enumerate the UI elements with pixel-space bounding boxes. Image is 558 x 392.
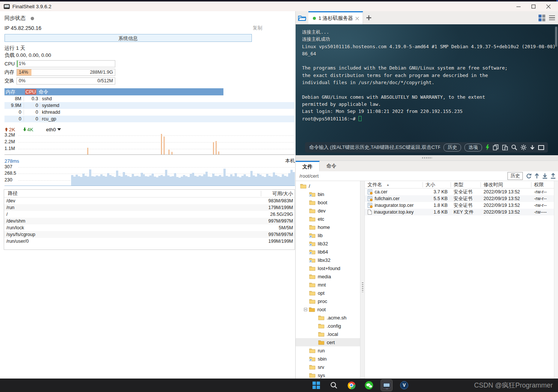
arrow-down-icon[interactable]	[530, 145, 535, 150]
folder-icon	[309, 249, 315, 254]
tree-item-etc[interactable]: etc	[296, 215, 360, 223]
copy-icon[interactable]	[493, 144, 499, 150]
column-header-path[interactable]: 路径	[4, 190, 261, 197]
vertical-splitter[interactable]	[360, 181, 365, 379]
finalshell-taskbar-icon[interactable]	[381, 380, 392, 391]
tree-item-root[interactable]: root	[296, 305, 360, 313]
tree-item-lost-found[interactable]: lost+found	[296, 264, 360, 272]
process-row-sshd[interactable]: 8M0.3sshd	[4, 95, 295, 102]
column-header-filename[interactable]: 文件名▲	[365, 182, 423, 187]
file-row-ca-cer[interactable]: ca.cer 3.7 KB 安全证书 2022/09/19 13:52 -rw-…	[365, 189, 554, 195]
tab-commands[interactable]: 命令	[320, 161, 343, 171]
parent-directory-icon[interactable]	[534, 173, 539, 179]
session-tab[interactable]: 1 洛杉矶服务器	[308, 11, 363, 24]
uptime-label: 运行 1 天	[4, 45, 295, 52]
path-bar: /root/cert 历史	[296, 171, 558, 181]
column-header-command[interactable]: 命令	[36, 89, 223, 95]
paste-icon[interactable]	[502, 144, 508, 150]
command-input-bar[interactable]: 命令输入 (按ALT键提示历史,TAB键路径,ESC键返回,双击CTRL切换 历…	[305, 142, 548, 153]
command-input[interactable]: 命令输入 (按ALT键提示历史,TAB键路径,ESC键返回,双击CTRL切换	[309, 144, 440, 151]
chrome-icon[interactable]	[346, 380, 357, 391]
maximize-icon[interactable]	[526, 2, 541, 11]
file-row-inaugurator-top-cer[interactable]: inaugurator.top.cer 1.8 KB 安全证书 2022/09/…	[365, 202, 554, 209]
tab-close-icon[interactable]	[356, 17, 359, 20]
tree-item-media[interactable]: media	[296, 272, 360, 281]
search-icon[interactable]	[511, 144, 517, 150]
process-row-rcu_gp[interactable]: 00rcu_gp	[4, 116, 295, 122]
column-header-type[interactable]: 类型	[451, 182, 481, 187]
column-header-cpu[interactable]: CPU	[25, 89, 36, 95]
menu-icon[interactable]	[549, 15, 555, 21]
tree-item-label: opt	[318, 290, 324, 296]
tree-item-sys[interactable]: sys	[296, 371, 360, 379]
bolt-icon[interactable]	[485, 144, 490, 150]
collapse-toggle-icon[interactable]	[304, 308, 307, 311]
tree-item-label: etc	[318, 216, 324, 222]
folder-icon	[309, 298, 315, 304]
tree-item-home[interactable]: home	[296, 223, 360, 231]
tree-item-boot[interactable]: boot	[296, 198, 360, 206]
close-icon[interactable]	[541, 2, 556, 11]
file-row-fullchain-cer[interactable]: fullchain.cer 5.5 KB 安全证书 2022/09/19 13:…	[365, 195, 554, 202]
tree-item-proc[interactable]: proc	[296, 297, 360, 305]
taskbar-search-icon[interactable]	[328, 380, 339, 391]
tree-item-label: sbin	[318, 356, 327, 362]
meter-root: 内存 14%288M/1.9G	[4, 68, 295, 76]
tree-item-label: cert	[327, 340, 335, 345]
v-app-icon[interactable]: V	[399, 380, 410, 391]
column-header-permissions[interactable]: 权限	[531, 182, 554, 187]
tree-item-lib32[interactable]: lib32	[296, 239, 360, 248]
file-list-scrollbar[interactable]	[554, 181, 558, 379]
process-row-systemd[interactable]: 9.9M0systemd	[4, 102, 295, 109]
history-button[interactable]: 历史	[443, 144, 461, 151]
interface-dropdown[interactable]: eth0	[46, 127, 61, 132]
tree-item-run[interactable]: run	[296, 346, 360, 355]
process-row-kthreadd[interactable]: 00kthreadd	[4, 109, 295, 116]
upload-icon[interactable]	[551, 173, 556, 179]
tree-item-sbin[interactable]: sbin	[296, 355, 360, 363]
connections-folder-icon[interactable]	[296, 11, 308, 24]
fullscreen-icon[interactable]	[538, 145, 544, 150]
terminal-line: Linux vps50101116.hosteons.com 4.19.0-5-…	[302, 43, 552, 50]
file-icon	[368, 209, 372, 215]
refresh-icon[interactable]	[526, 173, 531, 179]
tree-item-acme-sh[interactable]: .acme.sh	[296, 313, 360, 322]
terminal[interactable]: 连接主机...连接主机成功Linux vps50101116.hosteons.…	[296, 24, 558, 155]
copy-link[interactable]: 复制	[253, 25, 262, 31]
terminal-line	[302, 86, 552, 93]
tree-item-dev[interactable]: dev	[296, 206, 360, 215]
tree-item-libx32[interactable]: libx32	[296, 256, 360, 264]
tree-item-root[interactable]: /	[296, 182, 360, 190]
layout-grid-icon[interactable]	[539, 15, 545, 21]
tree-item-srv[interactable]: srv	[296, 363, 360, 371]
tree-item-lib[interactable]: lib	[296, 231, 360, 239]
settings-gear-icon[interactable]	[521, 144, 527, 150]
tree-item-lib64[interactable]: lib64	[296, 248, 360, 256]
column-header-usage[interactable]: 可用/大小	[261, 191, 295, 196]
path-history-button[interactable]: 历史	[507, 172, 523, 180]
path-input[interactable]: /root/cert	[299, 173, 504, 179]
system-info-button[interactable]: 系统信息	[4, 34, 252, 42]
download-icon[interactable]	[542, 173, 548, 179]
terminal-scrollbar[interactable]	[555, 27, 557, 47]
tree-item-opt[interactable]: opt	[296, 289, 360, 297]
ping-host-label[interactable]: 本机	[285, 157, 295, 164]
tree-item-bin[interactable]: bin	[296, 190, 360, 198]
wechat-icon[interactable]	[363, 380, 375, 391]
column-header-modified[interactable]: 修改时间	[481, 182, 531, 187]
start-button[interactable]	[311, 380, 322, 391]
folder-icon	[309, 257, 315, 263]
tab-files[interactable]: 文件	[296, 161, 320, 171]
horizontal-splitter[interactable]	[296, 155, 558, 161]
tree-item-local[interactable]: .local	[296, 330, 360, 338]
terminal-line: individual files in /usr/share/doc/*/cop…	[302, 79, 552, 86]
options-button[interactable]: 选项	[464, 144, 482, 151]
new-tab-button[interactable]	[363, 11, 374, 24]
column-header-memory[interactable]: 内存	[4, 89, 25, 95]
file-row-inaugurator-top-key[interactable]: inaugurator.top.key 1.6 KB KEY 文件 2022/0…	[365, 209, 554, 215]
tree-item-cert[interactable]: cert	[296, 338, 360, 346]
tree-item-config[interactable]: .config	[296, 322, 360, 330]
tree-item-mnt[interactable]: mnt	[296, 281, 360, 289]
minimize-icon[interactable]	[511, 2, 526, 11]
column-header-size[interactable]: 大小	[423, 182, 451, 187]
